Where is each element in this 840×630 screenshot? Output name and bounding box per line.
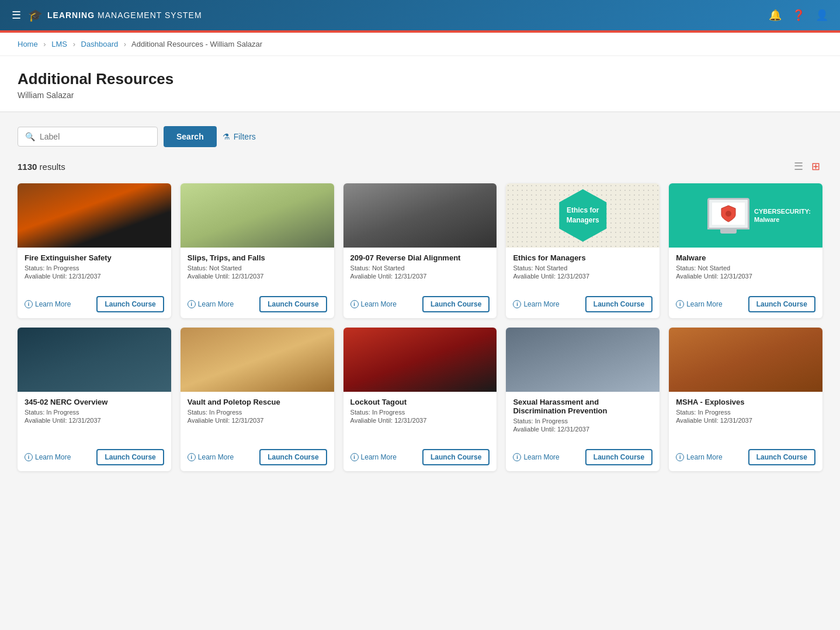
card-body-malware: Malware Status: Not Started Avaliable Un… (669, 248, 822, 291)
search-bar: 🔍 Search ⚗ Filters (18, 126, 822, 147)
card-sexual-harassment: Sexual Harassment and Discrimination Pre… (506, 328, 659, 471)
info-icon-vault: i (188, 453, 196, 461)
search-input-wrapper: 🔍 (18, 127, 158, 147)
launch-course-lockout-button[interactable]: Launch Course (422, 449, 490, 465)
learn-more-fire-button[interactable]: i Learn More (25, 300, 71, 308)
launch-course-msha-button[interactable]: Launch Course (748, 449, 815, 465)
learn-more-msha-button[interactable]: i Learn More (676, 453, 722, 461)
learn-more-sexual-button[interactable]: i Learn More (513, 453, 559, 461)
card-actions-sexual: i Learn More Launch Course (506, 444, 659, 471)
launch-course-malware-button[interactable]: Launch Course (748, 296, 815, 312)
search-input[interactable] (40, 132, 133, 141)
card-body-fire: Fire Extinguisher Safety Status: In Prog… (18, 248, 171, 291)
card-thumbnail-msha (669, 328, 822, 392)
card-actions-vault: i Learn More Launch Course (181, 444, 334, 471)
card-thumbnail-vault (181, 328, 334, 392)
card-actions-fire: i Learn More Launch Course (18, 291, 171, 318)
card-malware: CYBERSECURITY:Malware Malware Status: No… (669, 183, 822, 318)
breadcrumb-lms[interactable]: LMS (51, 40, 67, 48)
card-title-malware: Malware (676, 253, 815, 262)
card-nerc: 345-02 NERC Overview Status: In Progress… (18, 328, 171, 471)
info-icon-malware: i (676, 300, 684, 308)
info-icon-sexual: i (513, 453, 521, 461)
card-body-vault: Vault and Poletop Rescue Status: In Prog… (181, 392, 334, 444)
info-icon-nerc: i (25, 453, 33, 461)
card-thumbnail-ethics: Ethics forManagers (506, 183, 659, 248)
filters-button[interactable]: ⚗ Filters (223, 132, 256, 141)
card-thumbnail-malware: CYBERSECURITY:Malware (669, 183, 822, 248)
card-actions-lockout: i Learn More Launch Course (343, 444, 497, 471)
card-fire-extinguisher: Fire Extinguisher Safety Status: In Prog… (18, 183, 171, 318)
results-count: 1130 results (18, 162, 65, 172)
launch-course-dial-button[interactable]: Launch Course (422, 296, 490, 312)
card-thumbnail-fire (18, 183, 171, 248)
notification-icon[interactable]: 🔔 (769, 9, 782, 22)
results-header: 1130 results ☰ ⊞ (18, 159, 822, 174)
info-icon-lockout: i (350, 453, 359, 461)
card-thumbnail-sexual (506, 328, 659, 392)
card-available-msha: Avaliable Until: 12/31/2037 (676, 417, 815, 424)
page-header: Additional Resources William Salazar (0, 56, 840, 112)
launch-course-vault-button[interactable]: Launch Course (259, 449, 327, 465)
launch-course-slips-button[interactable]: Launch Course (259, 296, 327, 312)
learn-more-vault-button[interactable]: i Learn More (188, 453, 234, 461)
card-thumbnail-slips (181, 183, 334, 248)
info-icon-fire: i (25, 300, 33, 308)
card-dial-alignment: 209-07 Reverse Dial Alignment Status: No… (343, 183, 497, 318)
card-available-sexual: Avaliable Until: 12/31/2037 (513, 426, 652, 433)
launch-course-ethics-button[interactable]: Launch Course (585, 296, 652, 312)
card-slips-trips: Slips, Trips, and Falls Status: Not Star… (181, 183, 334, 318)
list-view-button[interactable]: ☰ (792, 159, 806, 174)
card-thumbnail-nerc (18, 328, 171, 392)
cards-grid-row1: Fire Extinguisher Safety Status: In Prog… (18, 183, 822, 318)
launch-course-sexual-button[interactable]: Launch Course (585, 449, 652, 465)
card-status-nerc: Status: In Progress (25, 409, 164, 416)
card-actions-malware: i Learn More Launch Course (669, 291, 822, 318)
learn-more-malware-button[interactable]: i Learn More (676, 300, 722, 308)
learn-more-lockout-button[interactable]: i Learn More (350, 453, 397, 461)
view-toggle: ☰ ⊞ (792, 159, 822, 174)
card-title-slips: Slips, Trips, and Falls (188, 253, 327, 262)
card-available-slips: Avaliable Until: 12/31/2037 (188, 273, 327, 280)
card-title-ethics: Ethics for Managers (513, 253, 652, 262)
card-available-vault: Avaliable Until: 12/31/2037 (188, 417, 327, 424)
launch-course-nerc-button[interactable]: Launch Course (96, 449, 164, 465)
card-title-fire: Fire Extinguisher Safety (25, 253, 164, 262)
search-button[interactable]: Search (164, 126, 217, 147)
card-available-malware: Avaliable Until: 12/31/2037 (676, 273, 815, 280)
learn-more-dial-button[interactable]: i Learn More (350, 300, 397, 308)
launch-course-fire-button[interactable]: Launch Course (96, 296, 164, 312)
page-title: Additional Resources (18, 70, 822, 88)
breadcrumb: Home › LMS › Dashboard › Additional Reso… (0, 33, 840, 56)
page-subtitle: William Salazar (18, 91, 822, 100)
card-thumbnail-lockout (343, 328, 497, 392)
learn-more-slips-button[interactable]: i Learn More (188, 300, 234, 308)
card-actions-ethics: i Learn More Launch Course (506, 291, 659, 318)
card-title-dial: 209-07 Reverse Dial Alignment (350, 253, 490, 262)
header: ☰ 🎓 LEARNING MANAGEMENT SYSTEM 🔔 ❓ 👤 (0, 0, 840, 30)
malware-label: CYBERSECURITY:Malware (754, 207, 811, 224)
info-icon-msha: i (676, 453, 684, 461)
help-icon[interactable]: ❓ (792, 9, 805, 22)
hamburger-icon[interactable]: ☰ (12, 9, 21, 22)
card-body-ethics: Ethics for Managers Status: Not Started … (506, 248, 659, 291)
user-icon[interactable]: 👤 (815, 9, 828, 22)
svg-point-0 (726, 211, 731, 217)
breadcrumb-sep-2: › (73, 40, 75, 48)
card-status-vault: Status: In Progress (188, 409, 327, 416)
card-actions-nerc: i Learn More Launch Course (18, 444, 171, 471)
grid-view-button[interactable]: ⊞ (809, 159, 822, 174)
cards-grid-row2: 345-02 NERC Overview Status: In Progress… (18, 328, 822, 471)
card-actions-slips: i Learn More Launch Course (181, 291, 334, 318)
breadcrumb-home[interactable]: Home (18, 40, 38, 48)
card-title-msha: MSHA - Explosives (676, 398, 815, 406)
card-status-sexual: Status: In Progress (513, 417, 652, 424)
card-status-ethics: Status: Not Started (513, 264, 652, 272)
breadcrumb-dashboard[interactable]: Dashboard (81, 40, 119, 48)
card-body-nerc: 345-02 NERC Overview Status: In Progress… (18, 392, 171, 444)
search-icon: 🔍 (25, 132, 35, 141)
card-actions-dial: i Learn More Launch Course (343, 291, 497, 318)
card-title-vault: Vault and Poletop Rescue (188, 398, 327, 406)
learn-more-nerc-button[interactable]: i Learn More (25, 453, 71, 461)
learn-more-ethics-button[interactable]: i Learn More (513, 300, 559, 308)
